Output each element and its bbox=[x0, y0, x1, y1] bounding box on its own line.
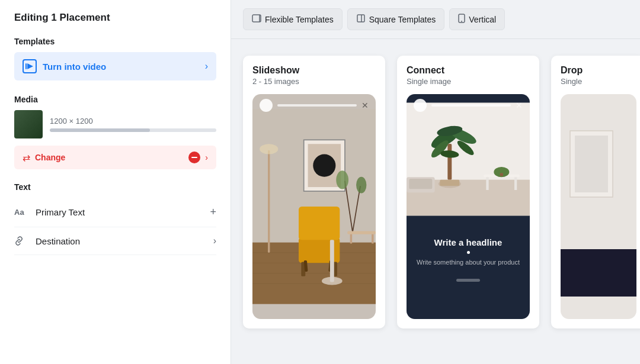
svg-rect-4 bbox=[357, 15, 364, 22]
text-section-label: Text bbox=[14, 182, 216, 192]
change-button[interactable]: ⇄ Change › bbox=[14, 146, 216, 169]
media-bar-track bbox=[50, 128, 216, 132]
change-label: Change bbox=[35, 153, 188, 162]
svg-point-15 bbox=[260, 144, 278, 154]
svg-rect-14 bbox=[268, 150, 270, 253]
connect-bottom-pill bbox=[456, 279, 480, 282]
svg-point-22 bbox=[356, 177, 366, 194]
connect-bottom-bar bbox=[407, 274, 530, 286]
svg-rect-23 bbox=[347, 231, 376, 234]
connect-text-area: Write a headline Write something about y… bbox=[407, 227, 530, 274]
template-tabs: Flexible Templates Square Templates Vert… bbox=[231, 0, 640, 39]
page-title: Editing 1 Placement bbox=[14, 12, 216, 24]
templates-section-label: Templates bbox=[14, 37, 216, 46]
drop-card[interactable]: Drop Single bbox=[551, 56, 640, 328]
change-icon: ⇄ bbox=[23, 152, 30, 163]
connect-close-icon[interactable]: ✕ bbox=[516, 101, 523, 110]
media-row: 1200 × 1200 bbox=[14, 110, 216, 138]
connect-image bbox=[407, 94, 530, 224]
media-bar-fill bbox=[50, 128, 150, 132]
svg-rect-27 bbox=[299, 207, 340, 240]
drop-image bbox=[561, 94, 636, 319]
slideshow-phone-bar bbox=[277, 104, 357, 107]
tab-vertical[interactable]: Vertical bbox=[449, 8, 505, 30]
text-section: Text Aa Primary Text + Destination › bbox=[14, 182, 216, 255]
turn-into-video-button[interactable]: Turn into video › bbox=[14, 52, 216, 80]
svg-rect-50 bbox=[500, 173, 503, 176]
primary-text-row[interactable]: Aa Primary Text + bbox=[14, 198, 216, 227]
drop-phone-mockup bbox=[561, 94, 636, 319]
video-icon bbox=[23, 59, 37, 73]
destination-row[interactable]: Destination › bbox=[14, 227, 216, 255]
connect-dot-divider bbox=[467, 251, 470, 254]
svg-rect-52 bbox=[409, 179, 432, 189]
connect-card-subtitle: Single image bbox=[407, 77, 530, 86]
square-icon bbox=[356, 14, 366, 25]
slideshow-phone-dot bbox=[260, 99, 273, 112]
slideshow-card-subtitle: 2 - 15 images bbox=[252, 77, 376, 86]
connect-phone-dot bbox=[414, 99, 427, 112]
svg-rect-24 bbox=[350, 234, 352, 244]
media-section: Media 1200 × 1200 ⇄ Change › bbox=[14, 95, 216, 169]
svg-point-21 bbox=[336, 170, 348, 189]
cards-area: Slideshow 2 - 15 images ✕ bbox=[231, 39, 640, 364]
svg-rect-56 bbox=[561, 249, 636, 297]
connect-phone-mockup: ✕ bbox=[407, 94, 530, 319]
phone-icon bbox=[458, 14, 465, 25]
connect-headline: Write a headline bbox=[415, 237, 521, 247]
tab-square-label: Square Templates bbox=[369, 15, 436, 24]
slideshow-phone-top-bar: ✕ bbox=[252, 99, 376, 112]
tab-flexible-label: Flexible Templates bbox=[265, 15, 334, 24]
primary-text-label: Primary Text bbox=[36, 207, 210, 217]
slideshow-close-icon[interactable]: ✕ bbox=[361, 101, 369, 110]
svg-rect-37 bbox=[447, 144, 452, 180]
destination-label: Destination bbox=[36, 236, 213, 246]
connect-phone-top-bar: ✕ bbox=[407, 99, 530, 112]
svg-rect-55 bbox=[575, 136, 608, 192]
tab-vertical-label: Vertical bbox=[469, 15, 496, 24]
media-size-text: 1200 × 1200 bbox=[50, 117, 216, 125]
drop-card-subtitle: Single bbox=[561, 77, 636, 86]
turn-into-video-label: Turn into video bbox=[43, 62, 205, 72]
svg-rect-47 bbox=[486, 177, 488, 190]
svg-rect-45 bbox=[440, 180, 459, 186]
slideshow-card-title: Slideshow bbox=[252, 65, 376, 76]
drop-card-title: Drop bbox=[561, 65, 636, 76]
slideshow-phone-mockup: ✕ bbox=[252, 94, 376, 319]
svg-rect-48 bbox=[514, 177, 517, 190]
link-icon bbox=[14, 236, 30, 246]
left-panel: Editing 1 Placement Templates Turn into … bbox=[0, 0, 231, 364]
connect-phone-bar bbox=[431, 104, 511, 107]
svg-point-7 bbox=[461, 21, 462, 22]
text-format-icon: Aa bbox=[14, 208, 30, 217]
turn-into-video-chevron: › bbox=[205, 61, 208, 72]
primary-text-add-icon: + bbox=[210, 206, 216, 218]
connect-card[interactable]: Connect Single image ✕ bbox=[397, 56, 539, 328]
media-size-bar: 1200 × 1200 bbox=[50, 117, 216, 132]
right-panel: Flexible Templates Square Templates Vert… bbox=[231, 0, 640, 364]
slideshow-image bbox=[252, 94, 376, 319]
media-thumbnail bbox=[14, 110, 43, 138]
change-chevron: › bbox=[205, 153, 208, 162]
svg-rect-25 bbox=[372, 234, 373, 244]
tablet-icon bbox=[252, 14, 261, 25]
tab-flexible[interactable]: Flexible Templates bbox=[243, 8, 343, 30]
tab-square[interactable]: Square Templates bbox=[347, 8, 445, 30]
media-section-label: Media bbox=[14, 95, 216, 104]
remove-icon bbox=[188, 152, 200, 163]
svg-rect-1 bbox=[25, 63, 27, 69]
destination-chevron-icon: › bbox=[213, 236, 216, 246]
svg-marker-0 bbox=[27, 63, 33, 69]
slideshow-card[interactable]: Slideshow 2 - 15 images ✕ bbox=[243, 56, 385, 328]
connect-card-title: Connect bbox=[407, 65, 530, 76]
svg-rect-33 bbox=[330, 240, 334, 282]
svg-point-18 bbox=[313, 154, 335, 177]
connect-subtext: Write something about your product bbox=[415, 259, 521, 266]
